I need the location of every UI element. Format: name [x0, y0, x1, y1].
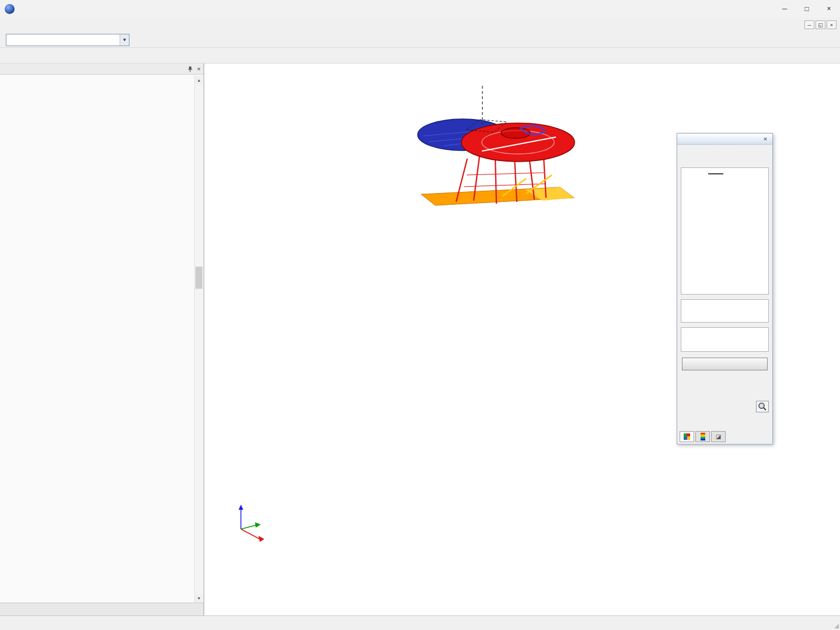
resize-grip[interactable]: ◢ — [834, 622, 839, 629]
scrollbar-thumb[interactable] — [195, 267, 202, 289]
navigator-scrollbar[interactable]: ▲ ▼ — [194, 76, 203, 603]
magnifier-button[interactable] — [756, 401, 769, 412]
panel-tab-color-spectrum[interactable] — [680, 431, 694, 442]
navigator-close-icon[interactable]: × — [197, 65, 201, 72]
rf-dynam-button[interactable] — [682, 358, 768, 370]
app-icon — [5, 4, 15, 14]
minmax-box — [681, 299, 769, 323]
minimize-icon[interactable]: ─ — [774, 0, 796, 18]
tower-platforms — [421, 187, 574, 205]
standard-toolbar: ▼ — [0, 32, 840, 48]
mdi-controls: ─ ◱ × — [803, 20, 836, 29]
rfem-window: ─ □ × ─ ◱ × ▼ × ▲ — [0, 0, 840, 630]
status-bar: ◢ — [0, 615, 840, 630]
project-navigator: × ▲ ▼ — [0, 64, 204, 615]
color-grid-icon — [684, 433, 690, 440]
mdi-minimize-icon[interactable]: ─ — [804, 20, 814, 29]
title-bar: ─ □ × — [0, 0, 840, 18]
close-icon[interactable]: × — [818, 0, 840, 18]
mdi-close-icon[interactable]: × — [827, 20, 836, 29]
legend-color-bar — [708, 173, 723, 174]
chevron-down-icon[interactable]: ▼ — [120, 34, 129, 46]
panel-tab-filter[interactable]: ◪ — [711, 431, 726, 442]
mdi-restore-icon[interactable]: ◱ — [816, 20, 825, 29]
menu-bar: ─ ◱ × — [0, 18, 840, 32]
panel-close-icon[interactable]: × — [761, 135, 769, 142]
pin-icon[interactable] — [187, 66, 193, 72]
color-scale-icon — [701, 433, 705, 440]
panel-tabs: ◪ — [680, 431, 726, 442]
navigator-tree — [0, 76, 194, 603]
axis-triad — [239, 505, 264, 542]
radar-platform-discs — [418, 119, 575, 162]
maximize-icon[interactable]: □ — [796, 0, 818, 18]
scroll-down-icon[interactable]: ▼ — [195, 594, 203, 603]
result-target-options — [681, 327, 769, 352]
panel-title-bar[interactable]: × — [677, 134, 772, 145]
panel-tab-display-factors[interactable] — [695, 431, 710, 442]
magnifier-icon — [758, 402, 767, 411]
filter-icon: ◪ — [716, 433, 721, 440]
color-legend — [681, 167, 769, 295]
navigator-header: × — [0, 64, 204, 75]
load-case-combo[interactable]: ▼ — [6, 34, 130, 46]
scroll-up-icon[interactable]: ▲ — [195, 76, 203, 85]
navigator-tabs — [0, 603, 204, 615]
graphics-viewport[interactable]: × — [204, 64, 840, 615]
edit-toolbar — [0, 48, 840, 64]
results-panel[interactable]: × — [677, 133, 773, 444]
